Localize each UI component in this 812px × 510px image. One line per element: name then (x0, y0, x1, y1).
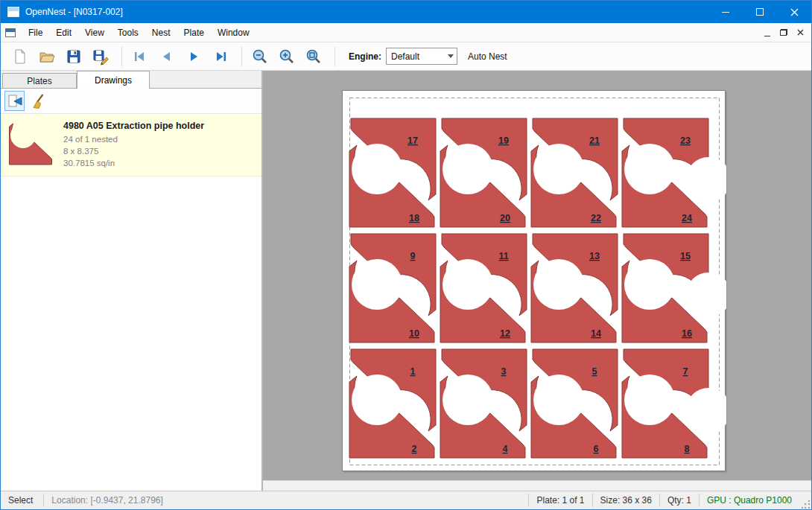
auto-nest-button[interactable]: Auto Nest (468, 51, 507, 62)
toolbar-separator (241, 47, 242, 66)
toolbar-separator (121, 47, 122, 66)
zoom-fit-button[interactable] (302, 45, 326, 68)
drawings-panel: 4980 A05 Extraction pipe holder 24 of 1 … (1, 88, 261, 491)
drawing-nested-count: 24 of 1 nested (63, 133, 204, 145)
next-arrow-icon (185, 48, 203, 66)
zoom-out-icon (251, 48, 269, 66)
part-number: 5 (592, 366, 597, 377)
status-gpu: GPU : Quadro P1000 (700, 495, 799, 506)
engine-dropdown-button[interactable] (444, 48, 457, 64)
part-thumbnail-icon (8, 121, 53, 167)
part-number: 4 (503, 444, 508, 454)
part-number: 15 (680, 251, 691, 261)
status-plate: Plate: 1 of 1 (529, 495, 591, 506)
engine-selected-value: Default (387, 51, 444, 62)
part-circular-notch (443, 374, 493, 425)
open-button[interactable] (35, 45, 59, 68)
close-button[interactable] (777, 1, 811, 23)
minimize-button[interactable] (708, 1, 743, 23)
status-bar: Select Location: [-0.9437, 21.8796] Plat… (1, 491, 811, 509)
menu-tools[interactable]: Tools (111, 23, 145, 42)
next-plate-button[interactable] (182, 45, 206, 68)
previous-arrow-icon (158, 48, 176, 66)
nest-pair[interactable]: 2324 (622, 118, 726, 227)
plate[interactable]: 171819202122232491011121314151612345678 (342, 90, 726, 471)
nest-pair[interactable]: 34 (440, 349, 527, 458)
part-number: 23 (680, 136, 691, 146)
mdi-minimize-button[interactable] (759, 25, 775, 40)
drawing-list-item[interactable]: 4980 A05 Extraction pipe holder 24 of 1 … (1, 114, 261, 176)
part-number: 21 (589, 136, 600, 146)
chevron-down-icon (448, 54, 454, 58)
part-number: 8 (685, 444, 690, 454)
part-number: 24 (682, 213, 692, 223)
nest-pair[interactable]: 12 (349, 349, 436, 458)
tab-plates[interactable]: Plates (2, 73, 77, 89)
part-circular-notch (624, 259, 675, 310)
nest-plate-svg: 171819202122232491011121314151612345678 (343, 91, 726, 472)
nest-pair[interactable]: 1516 (622, 234, 726, 342)
zoom-out-button[interactable] (248, 45, 272, 68)
save-button[interactable] (62, 45, 86, 68)
last-plate-button[interactable] (209, 45, 232, 68)
part-number: 7 (683, 366, 688, 377)
nest-pair[interactable]: 78 (622, 349, 726, 458)
mdi-minimize-icon (764, 36, 770, 36)
engine-select[interactable]: Default (386, 48, 457, 65)
menu-plate[interactable]: Plate (177, 23, 211, 42)
part-number: 17 (407, 136, 418, 146)
menu-bar: File Edit View Tools Nest Plate Window (1, 23, 811, 42)
drawing-title: 4980 A05 Extraction pipe holder (63, 121, 204, 131)
main-content: Plates Drawings (1, 71, 811, 491)
drawing-size: 8 x 8.375 (63, 145, 204, 157)
tab-drawings[interactable]: Drawings (77, 71, 150, 89)
mdi-restore-icon (780, 29, 787, 36)
nest-pair[interactable]: 1718 (349, 118, 436, 227)
menu-nest[interactable]: Nest (145, 23, 177, 42)
nest-canvas[interactable]: 171819202122232491011121314151612345678 (263, 71, 811, 491)
drawings-toolbar (1, 89, 261, 114)
broom-icon (30, 92, 48, 110)
title-bar: OpenNest - [N0317-002] (1, 1, 811, 23)
import-drawing-icon (6, 92, 24, 110)
horizontal-scrollbar[interactable] (263, 480, 811, 491)
window-title: OpenNest - [N0317-002] (25, 7, 123, 17)
part-number: 13 (589, 251, 600, 261)
nest-pair[interactable]: 910 (349, 234, 436, 342)
menu-view[interactable]: View (78, 23, 111, 42)
replace-drawing-button[interactable] (4, 91, 25, 111)
nest-pair[interactable]: 2122 (531, 118, 618, 227)
status-size: Size: 36 x 36 (593, 495, 659, 506)
zoom-fit-icon (305, 48, 323, 66)
save-as-button[interactable] (89, 45, 112, 68)
nest-pair[interactable]: 1920 (440, 118, 527, 227)
part-circular-notch (352, 259, 402, 310)
nest-pair[interactable]: 56 (531, 349, 618, 458)
previous-plate-button[interactable] (155, 45, 179, 68)
maximize-button[interactable] (743, 1, 777, 23)
mdi-restore-button[interactable] (775, 25, 792, 40)
status-qty: Qty: 1 (660, 495, 699, 506)
nest-pair[interactable]: 1112 (440, 234, 527, 342)
mdi-close-button[interactable] (792, 25, 808, 40)
app-window: OpenNest - [N0317-002] File Edit View To… (0, 0, 812, 510)
mdi-close-icon (797, 29, 804, 36)
toolbar-separator (334, 47, 335, 66)
nest-pair[interactable]: 1314 (531, 234, 618, 342)
menu-window[interactable]: Window (211, 23, 256, 42)
new-button[interactable] (8, 45, 32, 68)
menu-file[interactable]: File (22, 23, 49, 42)
first-plate-button[interactable] (128, 45, 152, 68)
part-circular-notch (443, 259, 493, 310)
clean-drawings-button[interactable] (28, 91, 48, 111)
part-number: 12 (500, 328, 510, 339)
zoom-in-icon (278, 48, 296, 66)
menu-edit[interactable]: Edit (49, 23, 78, 42)
resize-grip[interactable] (799, 491, 811, 510)
zoom-in-button[interactable] (275, 45, 299, 68)
maximize-icon (756, 8, 764, 16)
drawing-area: 30.7815 sq/in (63, 157, 204, 169)
close-icon (790, 8, 799, 16)
first-arrow-icon (131, 48, 149, 66)
part-circular-notch (533, 374, 584, 425)
